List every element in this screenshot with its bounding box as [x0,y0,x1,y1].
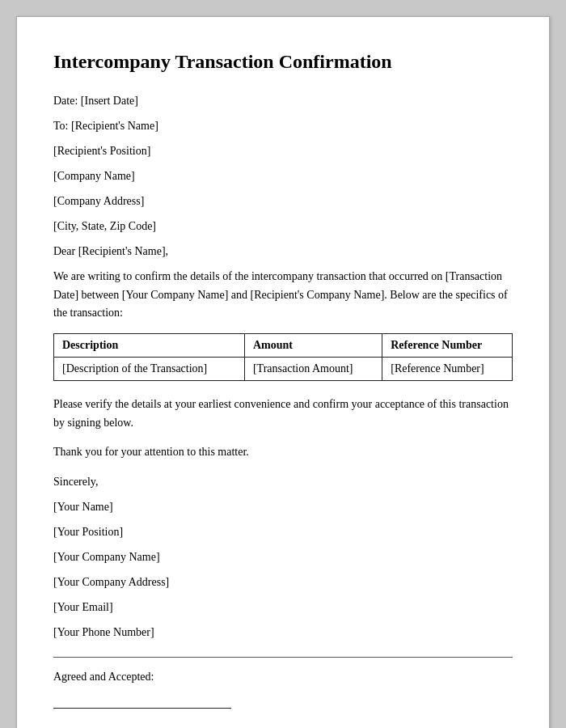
sender-address: [Your Company Address] [53,574,513,590]
table-row: [Description of the Transaction] [Transa… [54,358,513,381]
col-header-description: Description [54,334,245,358]
recipient-position-field: [Recipient's Position] [53,142,513,159]
cell-amount: [Transaction Amount] [244,358,382,381]
sender-name: [Your Name] [53,498,513,515]
col-header-reference: Reference Number [382,334,513,358]
date-field: Date: [Insert Date] [53,92,513,109]
sender-phone: [Your Phone Number] [53,624,513,641]
horizontal-divider [53,657,513,658]
document-page: Intercompany Transaction Confirmation Da… [16,16,550,728]
to-field: To: [Recipient's Name] [53,117,513,134]
sender-company: [Your Company Name] [53,548,513,565]
company-address-field: [Company Address] [53,193,513,210]
document-title: Intercompany Transaction Confirmation [53,49,513,74]
cell-description: [Description of the Transaction] [54,358,245,381]
signature-line [53,708,231,709]
dear-field: Dear [Recipient's Name], [53,243,513,260]
sender-email: [Your Email] [53,599,513,616]
agreed-label: Agreed and Accepted: [53,671,513,684]
col-header-amount: Amount [244,334,382,358]
company-name-field: [Company Name] [53,167,513,184]
cell-reference: [Reference Number] [382,358,513,381]
signature-section: Agreed and Accepted: [53,657,513,709]
verify-paragraph: Please verify the details at your earlie… [53,396,513,432]
sincerely-label: Sincerely, [53,473,513,490]
sender-position: [Your Position] [53,523,513,540]
transaction-table: Description Amount Reference Number [Des… [53,333,513,381]
thank-you-text: Thank you for your attention to this mat… [53,443,513,461]
intro-paragraph: We are writing to confirm the details of… [53,268,513,322]
city-state-zip-field: [City, State, Zip Code] [53,218,513,235]
